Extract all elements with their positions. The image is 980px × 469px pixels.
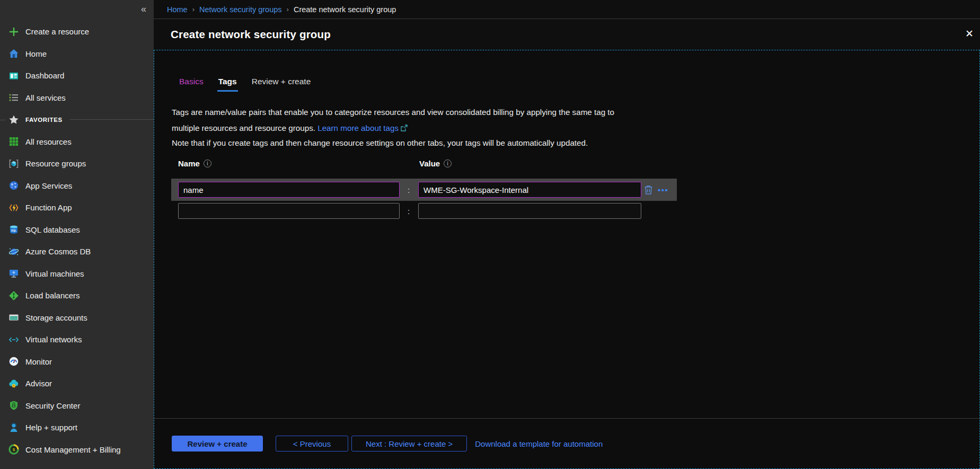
tags-description-line2: multiple resources and resource groups. bbox=[172, 123, 315, 132]
sidebar-item-label: Virtual networks bbox=[25, 335, 82, 344]
cost-management-icon: $ bbox=[8, 444, 20, 455]
tag-value-input[interactable] bbox=[418, 203, 641, 219]
tag-name-input[interactable] bbox=[178, 182, 400, 198]
tab-basics[interactable]: Basics bbox=[178, 77, 205, 92]
chevron-right-icon: › bbox=[287, 5, 289, 13]
sidebar-item-help-support[interactable]: Help + support bbox=[0, 417, 154, 439]
storage-accounts-icon bbox=[8, 312, 20, 323]
footer: Review + create < Previous Next : Review… bbox=[172, 436, 603, 452]
sidebar-item-label: Cost Management + Billing bbox=[25, 445, 121, 454]
sidebar-item-resource-groups[interactable]: Resource groups bbox=[0, 153, 154, 175]
app-services-icon bbox=[8, 180, 20, 191]
plus-icon bbox=[8, 26, 20, 37]
virtual-networks-icon bbox=[8, 334, 20, 345]
dashboard-icon bbox=[8, 70, 20, 81]
sidebar-item-label: Resource groups bbox=[25, 159, 86, 168]
sidebar-item-create-a-resource[interactable]: Create a resource bbox=[0, 21, 154, 43]
sidebar-item-label: SQL databases bbox=[25, 225, 80, 234]
sidebar-item-monitor[interactable]: Monitor bbox=[0, 351, 154, 373]
favorites-divider bbox=[70, 119, 154, 120]
sidebar-item-all-resources[interactable]: All resources bbox=[0, 131, 154, 153]
more-actions-icon[interactable]: ••• bbox=[658, 185, 668, 194]
sidebar-item-home[interactable]: Home bbox=[0, 43, 154, 65]
external-link-icon bbox=[401, 121, 408, 137]
tag-row: : bbox=[171, 202, 677, 220]
sidebar-item-label: Dashboard bbox=[25, 71, 64, 80]
favorites-header: FAVORITES bbox=[0, 109, 154, 131]
sidebar-item-advisor[interactable]: Advisor bbox=[0, 373, 154, 395]
review-create-button[interactable]: Review + create bbox=[172, 436, 263, 452]
create-nsg-panel: BasicsTagsReview + create Tags are name/… bbox=[154, 50, 980, 469]
tag-name-input[interactable] bbox=[178, 203, 400, 219]
tag-separator: : bbox=[404, 185, 413, 194]
sidebar-item-label: Home bbox=[25, 49, 47, 58]
sidebar-item-label: Advisor bbox=[25, 379, 52, 388]
sidebar-item-virtual-networks[interactable]: Virtual networks bbox=[0, 329, 154, 351]
all-resources-icon bbox=[8, 136, 20, 147]
security-center-icon bbox=[8, 400, 20, 411]
previous-button[interactable]: < Previous bbox=[276, 436, 348, 452]
footer-divider bbox=[154, 418, 979, 419]
monitor-icon bbox=[8, 356, 20, 367]
sidebar-item-function-app[interactable]: Function App bbox=[0, 197, 154, 219]
tags-note: Note that if you create tags and then ch… bbox=[172, 135, 588, 151]
sidebar-item-storage-accounts[interactable]: Storage accounts bbox=[0, 307, 154, 329]
svg-text:SQL: SQL bbox=[11, 229, 16, 232]
advisor-icon bbox=[8, 378, 20, 389]
next-button[interactable]: Next : Review + create > bbox=[351, 436, 467, 452]
sidebar-item-label: Help + support bbox=[25, 423, 77, 432]
help-support-icon bbox=[8, 422, 20, 433]
tab-tags[interactable]: Tags bbox=[217, 77, 238, 92]
sidebar-item-label: Virtual machines bbox=[25, 269, 84, 278]
sidebar-item-cost-management-billing[interactable]: $Cost Management + Billing bbox=[0, 439, 154, 461]
chevron-right-icon: › bbox=[192, 5, 195, 13]
delete-tag-icon[interactable] bbox=[644, 185, 653, 195]
sidebar-item-security-center[interactable]: Security Center bbox=[0, 395, 154, 417]
breadcrumb-link-network-security-groups[interactable]: Network security groups bbox=[199, 5, 282, 14]
breadcrumb: Home›Network security groups›Create netw… bbox=[154, 0, 980, 19]
sidebar-item-label: Function App bbox=[25, 203, 72, 212]
breadcrumb-current: Create network security group bbox=[294, 5, 396, 14]
tag-row: :••• bbox=[171, 179, 677, 201]
tag-separator: : bbox=[404, 207, 413, 216]
sidebar-item-dashboard[interactable]: Dashboard bbox=[0, 65, 154, 87]
sql-databases-icon: SQL bbox=[8, 224, 20, 235]
close-icon[interactable]: ✕ bbox=[965, 28, 974, 40]
tab-bar: BasicsTagsReview + create bbox=[178, 77, 312, 92]
sidebar-item-app-services[interactable]: App Services bbox=[0, 175, 154, 197]
info-icon[interactable]: i bbox=[444, 160, 452, 167]
blade-title-bar: Create network security group ✕ bbox=[154, 19, 980, 50]
learn-more-link[interactable]: Learn more about tags bbox=[317, 123, 399, 132]
breadcrumb-link-home[interactable]: Home bbox=[167, 5, 188, 14]
main-area: Home›Network security groups›Create netw… bbox=[154, 0, 980, 469]
favorites-label: FAVORITES bbox=[25, 117, 63, 123]
sidebar-item-load-balancers[interactable]: Load balancers bbox=[0, 285, 154, 307]
tag-value-input[interactable] bbox=[418, 182, 641, 198]
function-app-icon bbox=[8, 202, 20, 213]
download-template-link[interactable]: Download a template for automation bbox=[475, 439, 603, 448]
sidebar-item-label: All services bbox=[25, 93, 66, 102]
sidebar-item-virtual-machines[interactable]: Virtual machines bbox=[0, 263, 154, 285]
star-icon bbox=[8, 114, 20, 125]
sidebar-item-label: Monitor bbox=[25, 357, 52, 366]
info-icon[interactable]: i bbox=[204, 160, 211, 167]
load-balancers-icon bbox=[8, 290, 20, 301]
sidebar-item-sql-databases[interactable]: SQLSQL databases bbox=[0, 219, 154, 241]
resource-groups-icon bbox=[8, 158, 20, 169]
cosmos-db-icon bbox=[8, 246, 20, 257]
home-icon bbox=[8, 48, 20, 59]
virtual-machines-icon bbox=[8, 268, 20, 279]
sidebar-item-azure-cosmos-db[interactable]: Azure Cosmos DB bbox=[0, 241, 154, 263]
value-column-header: Value bbox=[419, 159, 440, 168]
sidebar-nav: Create a resourceHomeDashboardAll servic… bbox=[0, 0, 154, 461]
svg-text:$: $ bbox=[13, 447, 15, 452]
sidebar: « Create a resourceHomeDashboardAll serv… bbox=[0, 0, 154, 469]
sidebar-item-label: Storage accounts bbox=[25, 313, 87, 322]
sidebar-item-all-services[interactable]: All services bbox=[0, 87, 154, 109]
tab-review-create[interactable]: Review + create bbox=[251, 77, 312, 92]
sidebar-item-label: Azure Cosmos DB bbox=[25, 247, 91, 256]
page-title: Create network security group bbox=[171, 28, 331, 41]
sidebar-item-label: All resources bbox=[25, 137, 72, 146]
collapse-sidebar-button[interactable]: « bbox=[141, 4, 146, 15]
sidebar-item-label: Load balancers bbox=[25, 291, 80, 300]
